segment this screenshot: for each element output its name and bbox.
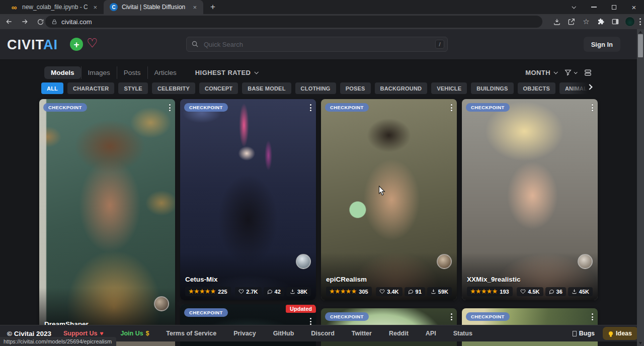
nav-tab[interactable]: Posts <box>117 66 147 79</box>
checkpoint-badge: CHECKPOINT <box>43 103 87 112</box>
lock-icon <box>51 19 57 25</box>
model-card-dreamshaper[interactable]: CHECKPOINT DreamShaper <box>39 99 175 335</box>
model-card-xxmix9realistic[interactable]: CHECKPOINT XXMix_9realistic ★★★★★ 193 4.… <box>462 99 598 300</box>
checkpoint-badge: CHECKPOINT <box>184 308 228 317</box>
footer-link[interactable]: API <box>426 330 436 337</box>
chevron-down-icon <box>574 70 578 74</box>
category-chip[interactable]: CONCEPT <box>199 82 238 94</box>
civitai-logo[interactable]: CIVITAI <box>7 37 58 53</box>
comments-pill: 42 <box>264 287 284 296</box>
category-chip[interactable]: ALL <box>41 82 63 94</box>
window-controls: × <box>564 0 644 14</box>
tab-title: new_colab_file.ipynb - Colaborat <box>22 4 88 11</box>
filter-dropdown[interactable] <box>564 68 577 76</box>
new-tab-button[interactable]: + <box>210 2 215 12</box>
card-menu-icon[interactable] <box>590 312 595 322</box>
footer-link[interactable]: Privacy <box>233 330 256 337</box>
tab-search-icon[interactable] <box>564 0 584 14</box>
card-menu-icon[interactable] <box>449 312 454 322</box>
footer-link[interactable]: Terms of Service <box>166 330 216 337</box>
ideas-button[interactable]: Ideas <box>603 327 638 340</box>
comments-count: 91 <box>416 289 422 295</box>
footer-link[interactable]: Join Us$ <box>120 330 149 337</box>
filter-controls: MONTH <box>525 66 592 79</box>
content-nav: Models Images Posts Articles HIGHEST RAT… <box>44 66 258 79</box>
page-scrollbar[interactable] <box>637 29 644 346</box>
logo-accent-text: AI <box>43 37 58 52</box>
creator-avatar[interactable] <box>578 254 593 269</box>
download-icon <box>431 289 436 294</box>
creator-avatar[interactable] <box>437 254 452 269</box>
nav-tab[interactable]: Images <box>81 66 117 79</box>
url-text: civitai.com <box>61 18 92 26</box>
creator-avatar[interactable] <box>154 296 169 311</box>
category-chip[interactable]: BUILDINGS <box>471 82 513 94</box>
scroll-up-icon[interactable] <box>639 31 642 33</box>
category-chip[interactable]: CELEBRITY <box>152 82 195 94</box>
layout-toggle-icon[interactable] <box>584 68 592 77</box>
search-shortcut-key: / <box>435 40 444 49</box>
category-chip[interactable]: OBJECTS <box>518 82 555 94</box>
chip-fade <box>569 80 599 96</box>
rating-count: 305 <box>359 289 368 295</box>
sign-in-button[interactable]: Sign In <box>584 37 620 52</box>
creator-avatar[interactable] <box>296 254 311 269</box>
forward-button[interactable] <box>18 15 31 28</box>
period-dropdown[interactable]: MONTH <box>525 69 557 76</box>
upload-plus-button[interactable]: + <box>70 38 83 51</box>
footer-link[interactable]: Support Us♥ <box>63 330 103 337</box>
side-panel-icon[interactable] <box>610 17 620 27</box>
extensions-puzzle-icon[interactable] <box>596 17 606 27</box>
heart-icon <box>379 289 385 294</box>
support-heart-icon[interactable]: ♡ <box>87 36 98 50</box>
scroll-down-icon[interactable] <box>639 342 642 344</box>
comments-count: 36 <box>556 289 562 295</box>
category-chip[interactable]: VEHICLE <box>431 82 467 94</box>
star-rating-icon: ★★★★★ <box>470 288 498 295</box>
footer-link[interactable]: GitHub <box>273 330 294 337</box>
heart-icon <box>238 289 244 294</box>
footer-link[interactable]: Discord <box>311 330 335 337</box>
card-menu-icon[interactable] <box>590 103 595 113</box>
model-card-cetus-mix[interactable]: CHECKPOINT Cetus-Mix ★★★★★ 225 2.7K 42 <box>180 99 316 300</box>
nav-tab[interactable]: Articles <box>147 66 183 79</box>
category-chip[interactable]: CHARACTER <box>67 82 114 94</box>
comment-icon <box>408 289 414 294</box>
card-menu-icon[interactable] <box>449 103 454 113</box>
footer-link[interactable]: Reddit <box>389 330 409 337</box>
download-icon[interactable] <box>552 17 562 27</box>
footer-link[interactable]: Status <box>453 330 472 337</box>
browser-profile-avatar[interactable] <box>625 17 635 27</box>
browser-menu-icon[interactable] <box>639 18 641 25</box>
category-chip[interactable]: BACKGROUND <box>375 82 428 94</box>
search-box: / <box>186 37 448 52</box>
browser-tab-civitai[interactable]: C Civitai | Stable Diffusion models, × <box>104 0 203 14</box>
category-chip[interactable]: BASE MODEL <box>242 82 291 94</box>
colab-icon: ∞ <box>10 3 18 11</box>
category-chip[interactable]: POSES <box>340 82 371 94</box>
bugs-link[interactable]: Bugs <box>573 330 595 337</box>
category-chip[interactable]: CLOTHING <box>295 82 336 94</box>
scrollbar-thumb[interactable] <box>638 34 643 57</box>
likes-count: 3.4K <box>387 289 398 295</box>
card-menu-icon[interactable] <box>168 103 172 113</box>
minimize-button[interactable] <box>584 0 604 14</box>
category-chip[interactable]: STYLE <box>118 82 147 94</box>
share-icon[interactable] <box>567 17 577 27</box>
tab-close-icon[interactable]: × <box>191 4 198 11</box>
card-menu-icon[interactable] <box>308 103 313 113</box>
close-button[interactable]: × <box>624 0 644 14</box>
checkpoint-badge: CHECKPOINT <box>184 103 228 112</box>
restore-button[interactable] <box>604 0 624 14</box>
bookmark-star-icon[interactable]: ☆ <box>581 17 591 27</box>
address-bar[interactable]: civitai.com <box>45 16 542 28</box>
nav-tab[interactable]: Models <box>44 66 81 79</box>
search-input[interactable] <box>186 37 448 52</box>
back-button[interactable] <box>3 15 16 28</box>
tab-close-icon[interactable]: × <box>92 4 99 11</box>
sort-dropdown[interactable]: HIGHEST RATED <box>195 69 258 76</box>
period-label: MONTH <box>525 69 550 76</box>
model-card-epicrealism[interactable]: CHECKPOINT epiCRealism ★★★★★ 305 3.4K 91 <box>321 99 457 300</box>
browser-tab-colab[interactable]: ∞ new_colab_file.ipynb - Colaborat × <box>4 0 104 14</box>
footer-link[interactable]: Twitter <box>352 330 372 337</box>
